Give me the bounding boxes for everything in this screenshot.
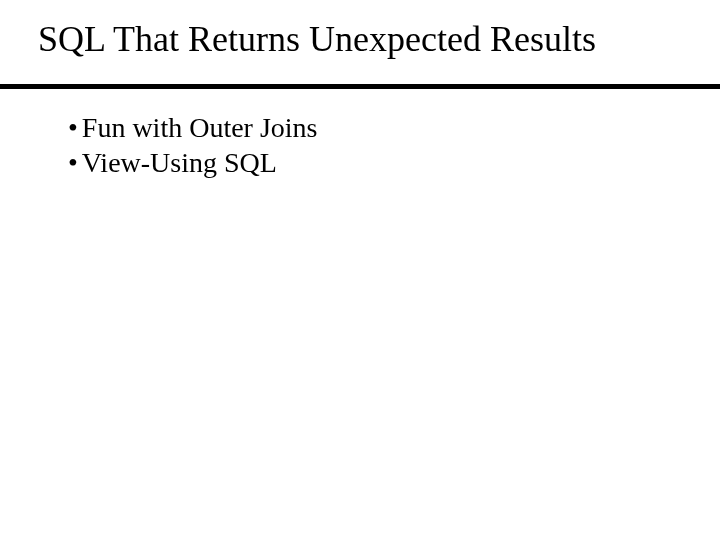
bullet-item: • View-Using SQL (68, 145, 680, 180)
title-underline (0, 84, 720, 89)
bullet-item: • Fun with Outer Joins (68, 110, 680, 145)
slide-title: SQL That Returns Unexpected Results (38, 20, 700, 60)
slide: SQL That Returns Unexpected Results • Fu… (0, 0, 720, 540)
bullet-text: View-Using SQL (82, 145, 277, 180)
slide-body: • Fun with Outer Joins • View-Using SQL (68, 110, 680, 180)
bullet-text: Fun with Outer Joins (82, 110, 318, 145)
bullet-icon: • (68, 110, 78, 145)
bullet-icon: • (68, 145, 78, 180)
